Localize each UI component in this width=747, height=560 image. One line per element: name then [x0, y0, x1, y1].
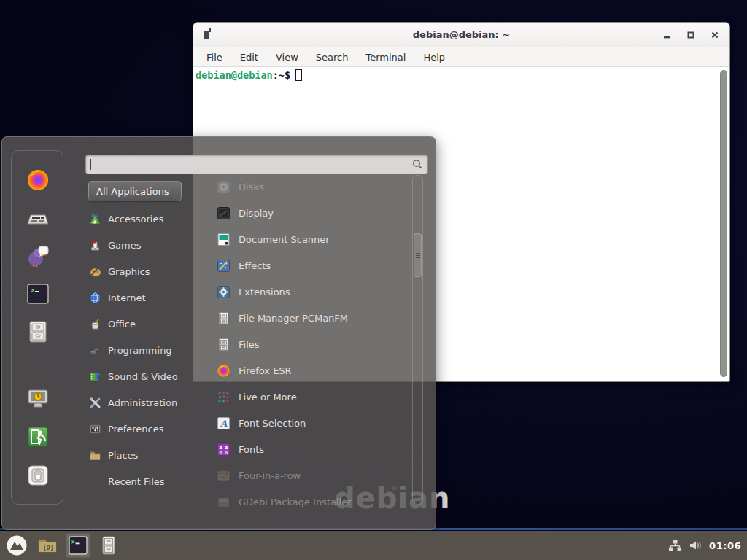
disks-icon [217, 180, 231, 194]
app-font-selection[interactable]: A Font Selection [211, 410, 409, 436]
svg-text:a a: a a [220, 450, 228, 456]
close-button[interactable] [708, 28, 722, 42]
category-recent-files[interactable]: Recent Files [84, 468, 209, 494]
app-extensions[interactable]: Extensions [211, 279, 409, 305]
maximize-button[interactable] [684, 28, 698, 42]
app-gdebi-package-installer[interactable]: GDebi Package Installer [211, 489, 409, 510]
category-games[interactable]: Games [84, 232, 209, 258]
terminal-scrollbar[interactable] [720, 70, 727, 377]
category-places[interactable]: Places [84, 442, 209, 468]
five-or-more-icon [217, 390, 231, 404]
prompt-user-host: debian@debian [196, 69, 273, 81]
accessories-icon [89, 213, 101, 225]
terminal-window-icon [204, 31, 209, 39]
app-five-or-more[interactable]: Five or More [211, 384, 409, 410]
volume-icon[interactable] [689, 540, 702, 551]
taskbar: [D] > 01:06 [0, 531, 747, 560]
file-manager-launcher-icon[interactable] [26, 319, 50, 344]
category-office[interactable]: Office [84, 311, 209, 337]
menu-scrollbar-track[interactable] [412, 175, 423, 505]
shut-down-icon[interactable] [26, 463, 50, 488]
desktop: debian debian@debian: ~ File Edit View [0, 0, 747, 560]
network-icon[interactable] [668, 540, 681, 551]
category-all-applications[interactable]: All Applications [88, 181, 182, 201]
menu-view[interactable]: View [268, 50, 306, 65]
gdebi-icon [217, 495, 231, 509]
svg-text:>: > [31, 287, 35, 294]
menu-edit[interactable]: Edit [233, 50, 266, 65]
svg-text:A: A [220, 419, 228, 429]
category-internet[interactable]: Internet [84, 284, 209, 311]
terminal-titlebar[interactable]: debian@debian: ~ [193, 23, 729, 47]
terminal-launcher-icon[interactable]: > [26, 281, 50, 306]
app-four-in-a-row[interactable]: Four-in-a-row [211, 462, 409, 489]
file-cabinet-icon [217, 311, 231, 325]
category-accessories[interactable]: Accessories [84, 206, 209, 232]
terminal-window-title: debian@debian: ~ [193, 23, 729, 47]
extensions-icon [217, 285, 231, 299]
preferences-icon [89, 423, 101, 435]
category-preferences[interactable]: Preferences [84, 416, 209, 442]
prompt-path: :~$ [273, 69, 290, 81]
taskbar-files-button[interactable] [96, 533, 121, 558]
taskbar-terminal-button[interactable]: > [66, 533, 90, 558]
taskbar-clock[interactable]: 01:06 [709, 540, 741, 551]
application-menu: > All Applications Ac [1, 136, 436, 530]
log-out-icon[interactable] [26, 424, 50, 449]
search-input[interactable] [85, 155, 428, 174]
graphics-icon [89, 265, 101, 278]
category-administration[interactable]: Administration [84, 389, 209, 416]
app-effects[interactable]: Effects [211, 252, 409, 279]
app-disks[interactable]: Disks [211, 174, 409, 200]
administration-icon [89, 397, 101, 409]
effects-icon [217, 259, 231, 273]
font-selection-icon: A [217, 416, 231, 430]
file-cabinet-icon [217, 338, 231, 351]
app-display[interactable]: Display [211, 200, 409, 226]
menu-button[interactable] [4, 533, 29, 558]
search-icon [412, 159, 422, 169]
app-firefox-esr[interactable]: Firefox ESR [211, 357, 409, 384]
favorites-column: > [11, 150, 63, 505]
document-scanner-icon [217, 233, 231, 246]
display-icon [217, 206, 231, 220]
minimize-button[interactable] [659, 28, 674, 42]
lock-screen-icon[interactable] [26, 386, 50, 411]
firefox-icon [217, 364, 231, 378]
sound-video-icon [89, 370, 101, 383]
categories-column: All Applications Accessories Games Graph… [84, 181, 209, 494]
internet-icon [89, 292, 101, 304]
terminal-menubar: File Edit View Search Terminal Help [193, 47, 729, 67]
fonts-icon: a aa a [217, 443, 231, 456]
programming-icon [89, 344, 101, 357]
menu-terminal[interactable]: Terminal [358, 50, 413, 65]
search-caret [90, 159, 91, 170]
category-programming[interactable]: Programming [84, 337, 209, 363]
svg-text:[D]: [D] [43, 545, 53, 551]
terminal-cursor [295, 69, 302, 81]
office-icon [89, 318, 101, 330]
applications-list: Disks Display Document Scanner Effects E… [211, 174, 409, 510]
terminal-prompt: debian@debian:~$ [196, 69, 302, 81]
places-icon [89, 449, 101, 462]
category-graphics[interactable]: Graphics [84, 258, 209, 284]
app-fonts[interactable]: a aa a Fonts [211, 436, 409, 462]
menu-search[interactable]: Search [309, 50, 356, 65]
menu-file[interactable]: File [199, 50, 230, 65]
app-files[interactable]: Files [211, 331, 409, 357]
app-document-scanner[interactable]: Document Scanner [211, 226, 409, 252]
firefox-icon[interactable] [26, 168, 50, 192]
category-sound-video[interactable]: Sound & Video [84, 363, 209, 389]
pidgin-icon[interactable] [26, 244, 50, 268]
taskbar-folder-icon[interactable]: [D] [35, 533, 60, 558]
games-icon [89, 239, 101, 252]
svg-text:>: > [71, 539, 75, 545]
software-installer-icon[interactable] [26, 206, 50, 230]
app-file-manager-pcmanfm[interactable]: File Manager PCManFM [211, 305, 409, 331]
four-in-a-row-icon [217, 469, 231, 483]
menu-scrollbar-thumb[interactable] [414, 233, 422, 277]
menu-help[interactable]: Help [416, 50, 452, 65]
